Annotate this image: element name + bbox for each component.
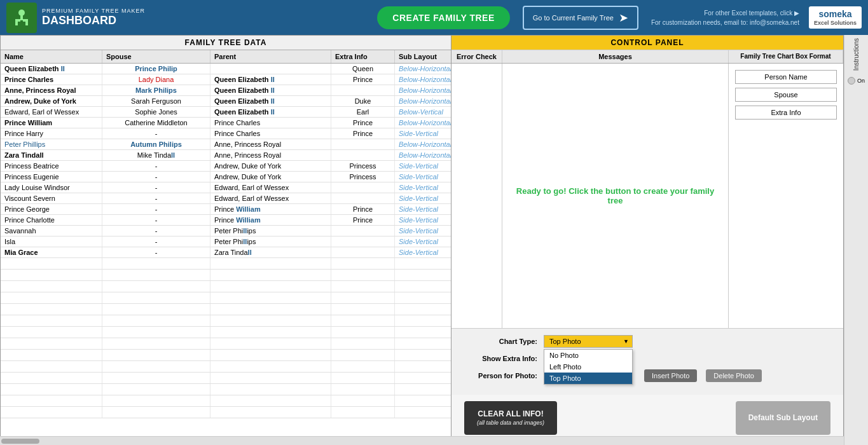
- cell-empty: [1, 304, 102, 315]
- cell-empty: [102, 361, 210, 372]
- cell-empty: [331, 327, 395, 338]
- create-family-tree-button[interactable]: CREATE FAMILY TREE: [377, 6, 509, 29]
- messages-col: Ready to go! Click the button to create …: [502, 64, 729, 328]
- table-row-empty: [1, 338, 451, 350]
- table-row[interactable]: Peter PhillipsAutumn PhilipsAnne, Prince…: [1, 139, 451, 150]
- cell-sub-layout: Below-Horizontal: [395, 150, 451, 160]
- cell-empty: [210, 327, 331, 338]
- cell-spouse: -: [102, 128, 210, 139]
- delete-photo-button[interactable]: Delete Photo: [706, 369, 762, 382]
- cell-empty: [1, 258, 102, 269]
- cell-sub-layout: Side-Vertical: [395, 247, 451, 257]
- cell-parent: Prince William: [210, 204, 331, 214]
- chart-type-dropdown-menu: No Photo Left Photo Top Photo: [544, 349, 633, 385]
- col-parent: Parent: [210, 50, 331, 63]
- cell-sub-layout: Below-Horizontal: [395, 74, 451, 85]
- cell-extra-info: Prince: [331, 74, 395, 85]
- cell-extra-info: Prince: [331, 204, 395, 214]
- table-row[interactable]: Prince Harry-Prince CharlesPrinceSide-Ve…: [1, 128, 451, 139]
- table-row[interactable]: Prince CharlesLady DianaQueen Elizabeth …: [1, 74, 451, 85]
- person-for-photo-row: Person for Photo: Insert Photo Delete Ph…: [461, 369, 834, 382]
- table-row[interactable]: Zara TindallMike TindallAnne, Princess R…: [1, 150, 451, 161]
- goto-current-tree-button[interactable]: Go to Current Family Tree ➤: [523, 6, 638, 30]
- table-row[interactable]: Isla-Peter PhillipsSide-Vertical: [1, 236, 451, 247]
- cell-extra-info: Earl: [331, 107, 395, 117]
- cell-empty: [210, 281, 331, 292]
- table-row[interactable]: Lady Louise Windsor-Edward, Earl of Wess…: [1, 182, 451, 193]
- dropdown-item-no-photo[interactable]: No Photo: [544, 350, 632, 361]
- cell-extra-info: Queen: [331, 64, 395, 74]
- table-row-empty: [1, 384, 451, 395]
- logo-area: PREMIUM FAMILY TREE MAKER DASHBOARD: [6, 3, 145, 33]
- goto-label: Go to Current Family Tree: [533, 14, 614, 22]
- main-content: FAMILY TREE DATA Name Spouse Parent Extr…: [0, 35, 844, 445]
- cell-empty: [395, 327, 451, 338]
- dashboard-label: DASHBOARD: [42, 14, 145, 27]
- dropdown-item-top-photo[interactable]: Top Photo: [544, 373, 632, 384]
- table-row[interactable]: Edward, Earl of WessexSophie JonesQueen …: [1, 107, 451, 118]
- cell-empty: [395, 258, 451, 269]
- cell-name: Prince William: [1, 118, 102, 128]
- cell-empty: [331, 395, 395, 406]
- default-sub-layout-button[interactable]: Default Sub Layout: [736, 401, 830, 435]
- header-notes: For other Excel templates, click ▶ For c…: [651, 8, 799, 27]
- table-row[interactable]: Queen Elizabeth IIPrince PhilipQueenBelo…: [1, 64, 451, 74]
- table-row[interactable]: Prince George-Prince WilliamPrinceSide-V…: [1, 204, 451, 215]
- table-row[interactable]: Prince WilliamCatherine MiddletonPrince …: [1, 118, 451, 128]
- col-spouse: Spouse: [102, 50, 210, 63]
- cell-sub-layout: Side-Vertical: [395, 161, 451, 171]
- chart-type-label: Chart Type:: [461, 338, 537, 345]
- cell-empty: [1, 270, 102, 280]
- table-row-empty: [1, 258, 451, 270]
- cell-empty: [395, 384, 451, 395]
- cell-parent: Peter Phillips: [210, 236, 331, 247]
- table-row[interactable]: Princess Eugenie-Andrew, Duke of YorkPri…: [1, 172, 451, 182]
- chart-type-select[interactable]: No Photo Left Photo Top Photo: [544, 335, 633, 348]
- horizontal-scrollbar[interactable]: [0, 436, 844, 445]
- chart-type-dropdown-container[interactable]: No Photo Left Photo Top Photo ▼ No Photo…: [544, 335, 633, 348]
- table-row-empty: [1, 407, 451, 418]
- cell-empty: [395, 270, 451, 280]
- cell-empty: [210, 304, 331, 315]
- cell-sub-layout: Side-Vertical: [395, 236, 451, 247]
- cell-spouse: -: [102, 172, 210, 182]
- cell-sub-layout: Side-Vertical: [395, 182, 451, 193]
- format-box-extra-info: Extra Info: [735, 106, 837, 120]
- cell-empty: [102, 281, 210, 292]
- cell-name: Mia Grace: [1, 247, 102, 257]
- scrollbar-thumb[interactable]: [1, 439, 39, 444]
- cell-empty: [395, 395, 451, 406]
- table-body[interactable]: Queen Elizabeth IIPrince PhilipQueenBelo…: [1, 64, 451, 437]
- cell-parent: Queen Elizabeth II: [210, 107, 331, 117]
- cell-extra-info: Prince: [331, 215, 395, 225]
- table-row[interactable]: Anne, Princess RoyalMark PhilipsQueen El…: [1, 85, 451, 96]
- table-row[interactable]: Savannah-Peter PhillipsSide-Vertical: [1, 226, 451, 236]
- cell-parent: Edward, Earl of Wessex: [210, 182, 331, 193]
- cell-empty: [331, 384, 395, 395]
- cell-parent: Prince Charles: [210, 128, 331, 139]
- cell-name: Lady Louise Windsor: [1, 182, 102, 193]
- ready-message: Ready to go! Click the button to create …: [515, 186, 715, 205]
- cell-name: Savannah: [1, 226, 102, 236]
- table-row[interactable]: Princess Beatrice-Andrew, Duke of YorkPr…: [1, 161, 451, 172]
- table-row[interactable]: Mia Grace-Zara TindallSide-Vertical: [1, 247, 451, 258]
- cell-empty: [395, 361, 451, 372]
- instructions-toggle-row: On: [848, 77, 865, 85]
- table-row[interactable]: Prince Charlotte-Prince WilliamPrinceSid…: [1, 215, 451, 226]
- dropdown-item-left-photo[interactable]: Left Photo: [544, 361, 632, 373]
- table-row[interactable]: Viscount Severn-Edward, Earl of WessexSi…: [1, 193, 451, 204]
- messages-header: Messages: [502, 50, 729, 63]
- instructions-toggle-icon[interactable]: [848, 77, 855, 85]
- cell-empty: [102, 395, 210, 406]
- cell-sub-layout: Side-Vertical: [395, 193, 451, 203]
- cell-empty: [331, 270, 395, 280]
- clear-all-info-button[interactable]: CLEAR ALL INFO! (all table data and imag…: [464, 401, 557, 435]
- cell-parent: Anne, Princess Royal: [210, 139, 331, 149]
- insert-photo-button[interactable]: Insert Photo: [644, 369, 697, 382]
- cell-extra-info: Prince: [331, 128, 395, 139]
- cell-empty: [331, 281, 395, 292]
- cell-name: Zara Tindall: [1, 150, 102, 160]
- cell-spouse: Prince Philip: [102, 64, 210, 74]
- cell-empty: [1, 407, 102, 418]
- table-row[interactable]: Andrew, Duke of YorkSarah FergusonQueen …: [1, 96, 451, 107]
